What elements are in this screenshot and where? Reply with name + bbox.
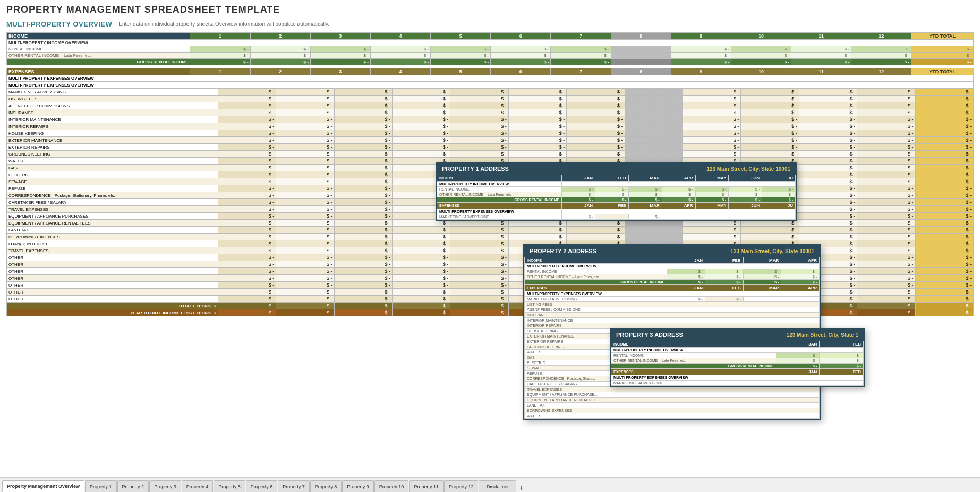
property2-address: 123 Main Street, City, State 10001 bbox=[730, 248, 814, 254]
tab-property-5[interactable]: Property 5 bbox=[214, 480, 245, 492]
app-header: PROPERTY MANAGEMENT SPREADSHEET TEMPLATE bbox=[0, 0, 980, 18]
tab-property-3[interactable]: Property 3 bbox=[149, 480, 181, 492]
expense-row-25: OTHER $ - $ - $ - $ - $ - $ - $ - $ - $ … bbox=[7, 254, 974, 261]
expenses-header-row: EXPENSES 1 2 3 4 5 6 7 8 9 10 11 12 YTD … bbox=[7, 68, 974, 75]
income-header-row: INCOME 1 2 3 4 5 6 7 8 9 10 11 12 YTD TO… bbox=[7, 33, 974, 40]
tab-property-11[interactable]: Property 11 bbox=[409, 480, 444, 492]
property1-address: 123 Main Street, City, State 10001 bbox=[706, 166, 790, 172]
property1-popup: PROPERTY 1 ADDRESS 123 Main Street, City… bbox=[436, 162, 797, 221]
expense-row-33: YEAR TO DATE INCOME LESS EXPENSES $ -$ -… bbox=[7, 309, 974, 316]
expense-row-29: OTHER $ - $ - $ - $ - $ - $ - $ - $ - $ … bbox=[7, 282, 974, 289]
expense-row-0: MULTI-PROPERTY EXPENSES OVERVIEW bbox=[7, 82, 974, 89]
app-container: PROPERTY MANAGEMENT SPREADSHEET TEMPLATE… bbox=[0, 0, 980, 492]
expense-row-3: AGENT FEES / COMMISSIONS $ - $ - $ - $ -… bbox=[7, 102, 974, 109]
tab-property-9[interactable]: Property 9 bbox=[342, 480, 374, 492]
tab-property-10[interactable]: Property 10 bbox=[374, 480, 409, 492]
section-header: MULTI-PROPERTY OVERVIEW Enter data on in… bbox=[0, 18, 980, 30]
tab-property-2[interactable]: Property 2 bbox=[117, 480, 149, 492]
income-section-header: MULTI-PROPERTY INCOME OVERVIEW bbox=[7, 40, 974, 46]
property1-table: INCOME JAN FEB MAR APR MAY JUN JU MULTI-… bbox=[437, 175, 796, 220]
property3-popup-header: PROPERTY 3 ADDRESS 123 Main Street, City… bbox=[611, 329, 864, 341]
tab-property-management-overview[interactable]: Property Management Overview bbox=[2, 480, 84, 492]
expense-row-2: LISTING FEES $ - $ - $ - $ - $ - $ - $ -… bbox=[7, 96, 974, 102]
expense-row-6: INTERIOR REPAIRS $ - $ - $ - $ - $ - $ -… bbox=[7, 123, 974, 130]
expense-row-10: GROUNDS KEEPING $ - $ - $ - $ - $ - $ - … bbox=[7, 151, 974, 158]
expense-row-28: OTHER $ - $ - $ - $ - $ - $ - $ - $ - $ … bbox=[7, 275, 974, 282]
rental-income-row: RENTAL INCOME $ - $ - $ - $ - $ - $ - $ … bbox=[7, 46, 974, 53]
tab-property-8[interactable]: Property 8 bbox=[310, 480, 342, 492]
property2-title: PROPERTY 2 ADDRESS bbox=[530, 248, 596, 254]
expense-row-30: OTHER $ - $ - $ - $ - $ - $ - $ - $ - $ … bbox=[7, 289, 974, 296]
tab-property-1[interactable]: Property 1 bbox=[85, 480, 117, 492]
tab-property-6[interactable]: Property 6 bbox=[246, 480, 278, 492]
other-rental-income-row: OTHER RENTAL INCOME – Late Fees, etc. $ … bbox=[7, 53, 974, 59]
tab-property-4[interactable]: Property 4 bbox=[182, 480, 214, 492]
property3-title: PROPERTY 3 ADDRESS bbox=[616, 332, 683, 338]
app-title: PROPERTY MANAGEMENT SPREADSHEET TEMPLATE bbox=[6, 4, 974, 15]
add-tab-button[interactable]: + bbox=[517, 484, 525, 492]
section-subtitle: Enter data on individual property sheets… bbox=[118, 21, 329, 27]
expense-row-4: INSURANCE $ - $ - $ - $ - $ - $ - $ - $ … bbox=[7, 109, 974, 116]
expense-section-header: MULTI-PROPERTY EXPENSES OVERVIEW bbox=[7, 75, 974, 82]
expense-row-7: HOUSE KEEPING $ - $ - $ - $ - $ - $ - $ … bbox=[7, 130, 974, 137]
tab-property-7[interactable]: Property 7 bbox=[278, 480, 310, 492]
expense-row-9: EXTERIOR REPAIRS $ - $ - $ - $ - $ - $ -… bbox=[7, 144, 974, 151]
gross-rental-income-row: GROSS RENTAL INCOME $ - $ - $ - $ - $ - … bbox=[7, 59, 974, 65]
property3-address: 123 Main Street, City, State 1 bbox=[787, 332, 858, 338]
expense-row-22: BORROWING EXPENSES $ - $ - $ - $ - $ - $… bbox=[7, 234, 974, 240]
expense-row-27: OTHER $ - $ - $ - $ - $ - $ - $ - $ - $ … bbox=[7, 268, 974, 275]
expense-row-26: OTHER $ - $ - $ - $ - $ - $ - $ - $ - $ … bbox=[7, 261, 974, 268]
main-table: INCOME 1 2 3 4 5 6 7 8 9 10 11 12 YTD TO… bbox=[6, 32, 974, 82]
spreadsheet-area: INCOME 1 2 3 4 5 6 7 8 9 10 11 12 YTD TO… bbox=[0, 30, 980, 465]
expense-row-1: MARKETING / ADVERTISING $ - $ - $ - $ - … bbox=[7, 89, 974, 96]
tab-bar: Property Management Overview Property 1 … bbox=[0, 477, 980, 492]
property1-popup-header: PROPERTY 1 ADDRESS 123 Main Street, City… bbox=[437, 163, 796, 175]
expense-row-5: INTERIOR MAINTENANCE $ - $ - $ - $ - $ -… bbox=[7, 116, 974, 123]
expense-row-31: OTHER $ - $ - $ - $ - $ - $ - $ - $ - $ … bbox=[7, 296, 974, 303]
expense-row-21: LAND TAX $ - $ - $ - $ - $ - $ - $ - $ -… bbox=[7, 227, 974, 234]
expense-row-24: TRAVEL EXPENSES $ - $ - $ - $ - $ - $ - … bbox=[7, 247, 974, 254]
expense-row-23: LOAN(S) INTEREST $ - $ - $ - $ - $ - $ -… bbox=[7, 240, 974, 247]
property2-popup-header: PROPERTY 2 ADDRESS 123 Main Street, City… bbox=[524, 245, 820, 257]
income-label: INCOME bbox=[7, 33, 190, 40]
expense-row-8: EXTERIOR MAINTENANCE $ - $ - $ - $ - $ -… bbox=[7, 137, 974, 144]
expense-row-32: TOTAL EXPENSES $ -$ -$ -$ -$ -$ -$ -$ -$… bbox=[7, 303, 974, 309]
tab-disclaimer[interactable]: - Disclaimer - bbox=[479, 480, 516, 492]
tab-property-12[interactable]: Property 12 bbox=[444, 480, 479, 492]
section-title: MULTI-PROPERTY OVERVIEW bbox=[6, 20, 112, 28]
property1-title: PROPERTY 1 ADDRESS bbox=[442, 166, 509, 172]
property3-table: INCOME JAN FEB MULTI-PROPERTY INCOME OVE… bbox=[611, 341, 864, 386]
property3-popup: PROPERTY 3 ADDRESS 123 Main Street, City… bbox=[610, 328, 865, 387]
